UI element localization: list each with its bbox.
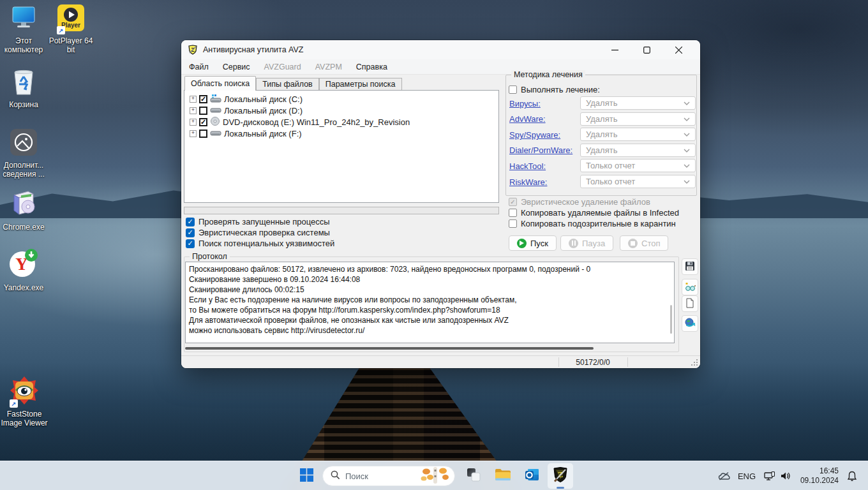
clock[interactable]: 16:45 09.10.2024 — [800, 461, 839, 490]
checkbox-checked-icon[interactable]: ✓ — [186, 239, 195, 248]
expand-icon[interactable]: + — [190, 130, 197, 137]
search-highlight-image[interactable] — [419, 466, 452, 486]
chevron-down-icon — [684, 117, 690, 121]
menu-avzpm: AVZPM — [315, 63, 342, 71]
riskware-dropdown[interactable]: Только отчет — [580, 175, 696, 188]
checkbox-unchecked-icon[interactable] — [509, 85, 517, 94]
tree-row-dvd-e[interactable]: + ✓ DVD-дисковод (E:) Win11_Pro_24h2_by_… — [184, 116, 498, 128]
avz-taskbar-button[interactable]: Z — [548, 463, 573, 489]
dialer-dropdown[interactable]: Удалять — [580, 144, 696, 157]
save-log-button[interactable] — [682, 258, 698, 275]
protocol-log[interactable]: Просканировано файлов: 50172, извлечено … — [185, 262, 675, 343]
chevron-down-icon — [684, 149, 690, 152]
spyware-dropdown[interactable]: Удалять — [580, 128, 696, 141]
hacktool-link[interactable]: HackTool: — [509, 161, 546, 171]
desktop-icon-yandex-installer[interactable]: Y Yandex.exe — [0, 252, 50, 292]
web-check-button[interactable] — [682, 315, 698, 332]
chevron-down-icon — [684, 133, 690, 137]
menu-service[interactable]: Сервис — [223, 63, 250, 71]
close-button[interactable] — [664, 40, 692, 59]
option-label: Копировать подозрительные в карантин — [521, 219, 676, 228]
file-explorer-button[interactable] — [490, 463, 516, 489]
taskbar-search[interactable]: Поиск — [322, 466, 455, 486]
dropdown-value: Удалять — [586, 145, 617, 155]
shortcut-arrow-icon: ↗ — [57, 26, 65, 34]
desktop-icon-potplayer[interactable]: Player ↗ PotPlayer 64 bit — [44, 5, 98, 54]
task-view-icon — [467, 468, 481, 484]
checkbox-unchecked-icon[interactable] — [509, 219, 517, 228]
log-line: можно использовать сервис http://virusde… — [189, 325, 665, 336]
tree-row-disk-d[interactable]: + Локальный диск (D:) — [184, 105, 498, 116]
desktop-icon-this-pc[interactable]: Этот компьютер — [0, 5, 50, 54]
desktop-icon-recycle-bin[interactable]: Корзина — [0, 69, 50, 109]
tab-search-params[interactable]: Параметры поиска — [319, 78, 402, 91]
chevron-down-icon — [684, 164, 690, 168]
log-hscrollbar-thumb[interactable] — [185, 347, 594, 350]
checkbox-unchecked-icon[interactable] — [199, 130, 207, 138]
dropdown-value: Удалять — [586, 98, 617, 108]
tree-row-disk-f[interactable]: + Локальный диск (F:) — [184, 128, 498, 139]
copy-deleted-checkbox[interactable]: Копировать удаляемые файлы в Infected — [509, 208, 679, 218]
hacktool-dropdown[interactable]: Только отчет — [580, 159, 696, 172]
volume-tray-icon[interactable] — [777, 461, 794, 490]
perform-treatment-label: Выполнять лечение: — [521, 85, 600, 94]
viruses-link[interactable]: Вирусы: — [509, 99, 541, 108]
tab-file-types[interactable]: Типы файлов — [256, 78, 319, 91]
copy-suspicious-checkbox[interactable]: Копировать подозрительные в карантин — [509, 219, 676, 228]
status-divider — [627, 357, 628, 367]
checkbox-checked-icon[interactable]: ✓ — [199, 118, 207, 126]
checkbox-unchecked-icon[interactable] — [199, 107, 207, 115]
protocol-title: Протокол — [190, 252, 230, 261]
option-label: Эвристическое удаление файлов — [521, 197, 650, 207]
desktop-icon-label: Chrome.exe — [0, 223, 50, 232]
log-line: Сканирование длилось 00:02:15 — [189, 285, 665, 295]
tab-search-area[interactable]: Область поиска — [184, 76, 256, 91]
desktop-icon-chrome-installer[interactable]: Chrome.exe — [0, 191, 50, 232]
option-label: Поиск потенциальных уязвимостей — [198, 239, 334, 248]
checkbox-unchecked-icon[interactable] — [509, 209, 517, 217]
resize-grip[interactable] — [691, 359, 698, 366]
option-check-processes[interactable]: ✓ Проверять запущенные процессы — [186, 217, 330, 226]
analyze-log-button[interactable] — [682, 279, 698, 295]
log-vscrollbar-thumb[interactable] — [670, 305, 672, 334]
notifications-bell-icon[interactable] — [842, 461, 862, 490]
minimize-button[interactable] — [601, 40, 629, 59]
titlebar[interactable]: Z Антивирусная утилита AVZ — [181, 40, 700, 59]
expand-icon[interactable]: + — [190, 119, 197, 126]
option-heuristic-check[interactable]: ✓ Эвристическая проверка системы — [186, 228, 330, 237]
start-button[interactable]: Пуск — [509, 235, 557, 251]
dialer-link[interactable]: Dialer/PornWare: — [509, 145, 572, 155]
viruses-dropdown[interactable]: Удалять — [580, 96, 696, 110]
start-button-taskbar[interactable] — [294, 463, 319, 489]
tree-row-disk-c[interactable]: + ✓ Локальный диск (C:) — [184, 93, 498, 105]
outlook-icon — [525, 467, 540, 485]
expand-icon[interactable]: + — [190, 96, 197, 103]
expand-icon[interactable]: + — [190, 107, 197, 114]
spyware-link[interactable]: Spy/Spyware: — [509, 130, 560, 140]
maximize-button[interactable] — [632, 40, 661, 59]
menu-help[interactable]: Справка — [356, 63, 387, 71]
search-area-tree[interactable]: + ✓ Локальный диск (C:) + Локальный диск… — [184, 90, 499, 203]
checkbox-checked-icon[interactable]: ✓ — [186, 218, 195, 226]
desktop-icon-faststone[interactable]: ↗ FastStone Image Viewer — [0, 378, 51, 427]
network-tray-icon[interactable] — [761, 461, 777, 490]
advware-dropdown[interactable]: Удалять — [580, 112, 696, 126]
shortcut-arrow-icon: ↗ — [10, 399, 18, 408]
desktop-icon-additional-info[interactable]: Дополнит... сведения ... — [0, 130, 50, 179]
riskware-link[interactable]: RiskWare: — [509, 177, 547, 187]
language-indicator[interactable]: ENG — [735, 461, 758, 490]
analyze-icon — [684, 281, 696, 293]
dropdown-value: Удалять — [586, 130, 617, 139]
checkbox-checked-icon[interactable]: ✓ — [186, 228, 195, 237]
perform-treatment-checkbox[interactable]: Выполнять лечение: — [509, 85, 600, 94]
checkbox-checked-icon[interactable]: ✓ — [199, 95, 207, 103]
onedrive-tray-icon[interactable] — [715, 461, 733, 490]
task-view-button[interactable] — [461, 463, 486, 489]
menu-file[interactable]: Файл — [189, 63, 209, 71]
outlook-button[interactable] — [520, 463, 545, 489]
clear-log-button[interactable] — [682, 295, 698, 312]
stop-button-label: Стоп — [641, 239, 660, 248]
option-vulnerability-search[interactable]: ✓ Поиск потенциальных уязвимостей — [186, 239, 334, 248]
new-page-icon — [685, 298, 694, 310]
advware-link[interactable]: AdvWare: — [509, 114, 546, 124]
